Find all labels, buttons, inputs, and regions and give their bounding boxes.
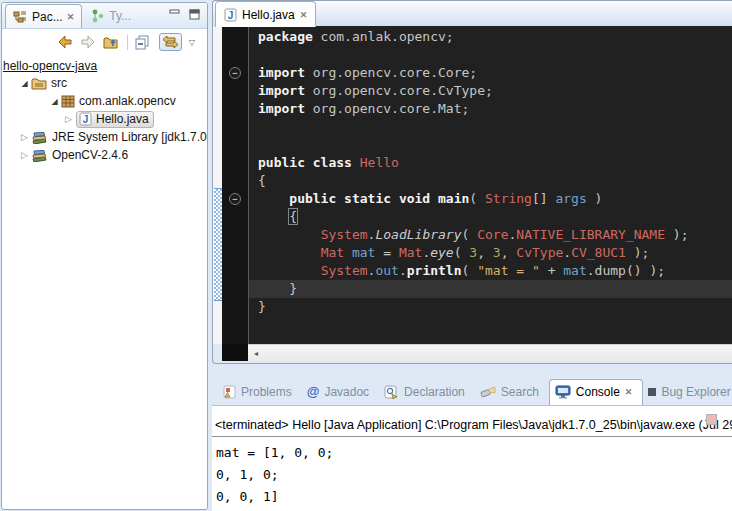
- view-menu-icon[interactable]: ▽: [189, 38, 195, 47]
- code-token: org.opencv.core.Core;: [305, 65, 477, 80]
- tab-search-label: Search: [501, 385, 539, 399]
- tree-item-jre-library[interactable]: ▷ JRE System Library [jdk1.7.0: [2, 128, 207, 146]
- expanded-arrow-icon[interactable]: ◢: [48, 97, 61, 106]
- tab-console[interactable]: Console ✕: [549, 379, 644, 406]
- code-token: 3: [493, 245, 501, 260]
- link-with-editor-button[interactable]: [159, 33, 182, 51]
- close-icon[interactable]: ✕: [67, 12, 75, 22]
- minimize-icon[interactable]: [169, 9, 181, 20]
- code-token: LoadLibrary: [375, 227, 461, 242]
- code-token: import: [258, 65, 305, 80]
- code-token: 3: [469, 245, 477, 260]
- code-line[interactable]: Mat mat = Mat.eye( 3, 3, CvType.CV_8UC1 …: [258, 244, 732, 262]
- javadoc-icon: @: [307, 384, 320, 399]
- tab-bug-explorer-label: Bug Explorer: [661, 385, 730, 399]
- code-token: public class: [258, 155, 352, 170]
- editor-area: J Hello.java ✕ −− package com.anlak.open…: [212, 0, 732, 364]
- collapse-all-icon[interactable]: [135, 35, 152, 50]
- collapsed-arrow-icon[interactable]: ▷: [18, 132, 31, 142]
- tree-item-package[interactable]: ◢ com.anlak.opencv: [2, 92, 207, 110]
- tree-item-src[interactable]: ◢ src: [2, 74, 207, 92]
- bottom-view-stack: Problems @ Javadoc Declaration Search: [212, 378, 732, 511]
- tree-item-label: JRE System Library [jdk1.7.0: [52, 130, 207, 144]
- code-token: );: [665, 227, 688, 242]
- console-view: <terminated> Hello [Java Application] C:…: [212, 405, 732, 511]
- code-lines[interactable]: package com.anlak.opencv;import org.open…: [249, 26, 732, 344]
- forward-icon[interactable]: [80, 35, 96, 49]
- code-token: NATIVE_LIBRARY_NAME: [516, 227, 665, 242]
- bottom-tabbar: Problems @ Javadoc Declaration Search: [212, 378, 732, 405]
- code-line[interactable]: [258, 118, 732, 136]
- back-icon[interactable]: [57, 35, 73, 49]
- code-token: [258, 191, 289, 206]
- code-line[interactable]: import org.opencv.core.CvType;: [258, 82, 732, 100]
- tab-problems[interactable]: Problems: [216, 378, 302, 405]
- code-token: org.opencv.core.CvType;: [305, 83, 493, 98]
- code-token: +: [540, 263, 563, 278]
- close-icon[interactable]: ✕: [625, 387, 633, 397]
- tab-package-explorer[interactable]: Pac... ✕: [5, 4, 82, 28]
- collapsed-arrow-icon[interactable]: ▷: [18, 150, 31, 160]
- bug-explorer-icon: [648, 388, 656, 396]
- code-token: eye: [430, 245, 453, 260]
- code-line[interactable]: {: [258, 172, 732, 190]
- code-line[interactable]: {: [258, 208, 732, 226]
- code-token: .: [399, 263, 407, 278]
- code-line[interactable]: }: [249, 280, 732, 298]
- code-token: {: [258, 173, 266, 188]
- close-icon[interactable]: ✕: [300, 10, 308, 20]
- tree-item-opencv-library[interactable]: ▷ OpenCV-2.4.6: [2, 146, 207, 164]
- scroll-left-icon[interactable]: ◂: [248, 349, 264, 358]
- tab-search[interactable]: Search: [475, 378, 549, 405]
- code-line[interactable]: [258, 136, 732, 154]
- collapsed-arrow-icon[interactable]: ▷: [62, 114, 75, 124]
- code-token: println: [407, 263, 462, 278]
- code-token: .dump() );: [587, 263, 665, 278]
- tree-item-label: OpenCV-2.4.6: [52, 148, 128, 162]
- code-token: mat: [352, 245, 375, 260]
- tab-declaration[interactable]: Declaration: [379, 378, 475, 405]
- code-token: [258, 263, 321, 278]
- fold-collapse-icon[interactable]: −: [229, 193, 241, 205]
- tab-package-explorer-label: Pac...: [32, 10, 63, 24]
- expanded-arrow-icon[interactable]: ◢: [18, 79, 31, 88]
- tab-type-hierarchy[interactable]: Ty...: [82, 4, 140, 28]
- code-line[interactable]: public class Hello: [258, 154, 732, 172]
- vertical-ruler[interactable]: [213, 26, 222, 344]
- code-token: org.opencv.core.Mat;: [305, 101, 469, 116]
- up-icon[interactable]: [103, 35, 120, 50]
- code-line[interactable]: System.LoadLibrary( Core.NATIVE_LIBRARY_…: [258, 226, 732, 244]
- code-line[interactable]: import org.opencv.core.Core;: [258, 64, 732, 82]
- code-line[interactable]: public static void main( String[] args ): [258, 190, 732, 208]
- fold-gutter[interactable]: −−: [222, 26, 248, 344]
- tree-item-hello-java[interactable]: ▷ J Hello.java: [2, 110, 207, 128]
- code-line[interactable]: [258, 46, 732, 64]
- code-token: "mat = ": [477, 263, 540, 278]
- tree-item-label: Hello.java: [96, 112, 149, 126]
- horizontal-scrollbar[interactable]: ◂: [248, 344, 732, 361]
- code-line[interactable]: System.out.println( "mat = " + mat.dump(…: [258, 262, 732, 280]
- code-line[interactable]: package com.anlak.opencv;: [258, 28, 732, 46]
- tab-javadoc[interactable]: @ Javadoc: [302, 378, 379, 405]
- tree-item-label: com.anlak.opencv: [79, 94, 176, 108]
- svg-text:J: J: [228, 10, 234, 21]
- fold-collapse-icon[interactable]: −: [229, 67, 241, 79]
- code-token: (: [462, 263, 478, 278]
- java-file-icon: J: [224, 8, 237, 22]
- package-explorer-view: Pac... ✕ Ty...: [1, 2, 208, 510]
- package-explorer-toolbar: ▽: [2, 29, 207, 55]
- maximize-icon[interactable]: [189, 9, 201, 20]
- console-line: 0, 0, 1]: [216, 486, 732, 508]
- tab-bug-explorer[interactable]: Bug Explorer: [643, 378, 732, 405]
- search-icon: [480, 385, 496, 399]
- tab-hello-java[interactable]: J Hello.java ✕: [215, 1, 316, 27]
- terminate-button[interactable]: [706, 414, 717, 425]
- code-line[interactable]: }: [258, 298, 732, 316]
- console-process-label: <terminated> Hello [Java Application] C:…: [212, 418, 732, 437]
- code-line[interactable]: import org.opencv.core.Mat;: [258, 100, 732, 118]
- tree-item-label: src: [51, 76, 67, 90]
- console-output[interactable]: mat = [1, 0, 0; 0, 1, 0; 0, 0, 1]: [212, 437, 732, 508]
- code-token: mat: [563, 263, 586, 278]
- code-token: .: [563, 245, 571, 260]
- tree-item-project[interactable]: hello-opencv-java: [2, 58, 207, 74]
